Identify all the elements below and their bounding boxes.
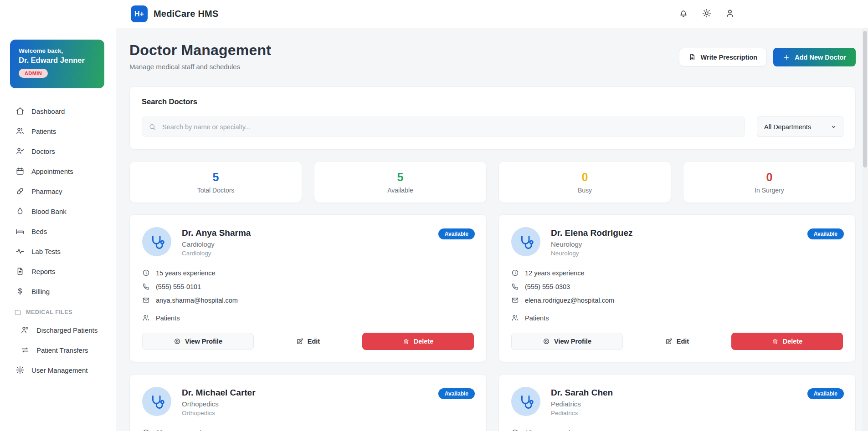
doctor-cards-grid: Available Dr. Anya Sharma Cardiology Car… bbox=[129, 214, 856, 431]
view-profile-icon bbox=[174, 338, 181, 345]
transfer-icon bbox=[21, 345, 30, 355]
clock-icon bbox=[511, 429, 519, 431]
doctor-name: Dr. Sarah Chen bbox=[551, 388, 613, 398]
doctor-card: Available Dr. Michael Carter Orthopedics… bbox=[129, 374, 487, 431]
doctor-experience: 10 years experience bbox=[511, 429, 843, 431]
sidebar-item-lab-tests[interactable]: Lab Tests bbox=[0, 241, 116, 261]
calendar-icon bbox=[15, 167, 25, 176]
sidebar-item-label: Dashboard bbox=[31, 107, 65, 115]
settings-button[interactable] bbox=[702, 8, 712, 20]
profile-button[interactable] bbox=[725, 8, 735, 20]
sidebar-item-reports[interactable]: Reports bbox=[0, 261, 116, 281]
sidebar-item-appointments[interactable]: Appointments bbox=[0, 161, 116, 181]
scrollbar-thumb[interactable] bbox=[863, 31, 867, 167]
sidebar-item-beds[interactable]: Beds bbox=[0, 221, 116, 241]
sidebar-item-label: Blood Bank bbox=[31, 208, 67, 215]
sidebar-sub-nav: Discharged PatientsPatient TransfersUser… bbox=[0, 320, 116, 380]
doctor-card: Available Dr. Sarah Chen Pediatrics Pedi… bbox=[498, 374, 856, 431]
trash-icon bbox=[403, 338, 410, 345]
clock-icon bbox=[511, 269, 519, 277]
sidebar-item-user-management[interactable]: User Management bbox=[0, 360, 116, 380]
page-subtitle: Manage medical staff and schedules bbox=[129, 63, 271, 71]
sidebar: Welcome back, Dr. Edward Jenner ADMIN Da… bbox=[0, 28, 116, 431]
sidebar-item-dashboard[interactable]: Dashboard bbox=[0, 101, 116, 121]
stat-card-total-doctors: 5 Total Doctors bbox=[129, 161, 302, 203]
sidebar-item-label: Patient Transfers bbox=[36, 346, 88, 354]
dollar-icon bbox=[15, 287, 25, 296]
scrollbar[interactable] bbox=[862, 28, 868, 431]
sidebar-item-pharmacy[interactable]: Pharmacy bbox=[0, 181, 116, 201]
gear-icon bbox=[702, 8, 712, 18]
header-actions bbox=[678, 8, 735, 20]
welcome-card: Welcome back, Dr. Edward Jenner ADMIN bbox=[10, 40, 104, 88]
sidebar-item-label: Doctors bbox=[31, 147, 55, 155]
status-badge: Available bbox=[438, 228, 475, 239]
top-bar: H+ MediCare HMS bbox=[0, 0, 868, 28]
user-icon bbox=[725, 8, 735, 18]
status-badge: Available bbox=[807, 228, 844, 239]
sidebar-item-discharged-patients[interactable]: Discharged Patients bbox=[0, 320, 116, 340]
mail-icon bbox=[142, 296, 150, 304]
welcome-greeting: Welcome back, bbox=[19, 47, 96, 54]
folder-icon bbox=[14, 309, 21, 316]
sidebar-item-billing[interactable]: Billing bbox=[0, 281, 116, 301]
stat-value: 5 bbox=[397, 171, 404, 184]
sidebar-section-medical-files: MEDICAL FILES bbox=[0, 301, 116, 320]
stethoscope-icon bbox=[149, 233, 165, 250]
home-icon bbox=[15, 106, 25, 116]
doctor-email: anya.sharma@hospital.com bbox=[142, 296, 474, 304]
doctor-patients-link[interactable]: Patients bbox=[511, 314, 843, 322]
trash-icon bbox=[772, 338, 779, 345]
doctor-email: elena.rodriguez@hospital.com bbox=[511, 296, 843, 304]
doctor-avatar bbox=[142, 387, 171, 416]
sidebar-item-label: Billing bbox=[31, 288, 50, 295]
plus-icon bbox=[783, 54, 790, 61]
search-doctors-card: Search Doctors All Departments bbox=[129, 86, 856, 150]
sidebar-item-patient-transfers[interactable]: Patient Transfers bbox=[0, 340, 116, 360]
status-badge: Available bbox=[807, 388, 844, 399]
view-profile-icon bbox=[543, 338, 550, 345]
doctor-experience: 15 years experience bbox=[142, 269, 474, 277]
view-profile-button[interactable]: View Profile bbox=[511, 333, 623, 350]
edit-button[interactable]: Edit bbox=[663, 337, 692, 345]
notifications-button[interactable] bbox=[678, 8, 688, 20]
doctor-patients-link[interactable]: Patients bbox=[142, 314, 474, 322]
sidebar-item-label: Lab Tests bbox=[31, 248, 61, 255]
search-input[interactable] bbox=[142, 117, 745, 137]
sidebar-item-blood-bank[interactable]: Blood Bank bbox=[0, 201, 116, 221]
stethoscope-icon bbox=[518, 233, 534, 250]
stat-value: 0 bbox=[582, 171, 588, 184]
phone-icon bbox=[511, 283, 519, 290]
stat-label: Busy bbox=[578, 187, 592, 194]
write-prescription-button[interactable]: Write Prescription bbox=[679, 48, 767, 66]
prescription-icon bbox=[688, 53, 696, 61]
page-title: Doctor Management bbox=[129, 42, 271, 59]
view-profile-button[interactable]: View Profile bbox=[142, 333, 254, 350]
sidebar-item-doctors[interactable]: Doctors bbox=[0, 141, 116, 161]
stat-label: Available bbox=[387, 187, 413, 194]
delete-button[interactable]: Delete bbox=[731, 333, 843, 350]
department-filter[interactable]: All Departments bbox=[757, 117, 843, 137]
doctor-name: Dr. Anya Sharma bbox=[182, 228, 251, 238]
phone-icon bbox=[142, 283, 150, 290]
doctor-department: Cardiology bbox=[182, 250, 251, 257]
bed-icon bbox=[15, 227, 25, 236]
sidebar-item-label: Discharged Patients bbox=[36, 326, 98, 334]
doctor-name: Dr. Elena Rodriguez bbox=[551, 228, 632, 238]
doctor-phone: (555) 555-0303 bbox=[511, 283, 843, 290]
doctor-card: Available Dr. Anya Sharma Cardiology Car… bbox=[129, 214, 487, 362]
stethoscope-icon bbox=[518, 393, 534, 410]
patients-icon bbox=[15, 127, 25, 136]
sidebar-item-patients[interactable]: Patients bbox=[0, 121, 116, 141]
add-new-doctor-button[interactable]: Add New Doctor bbox=[773, 48, 856, 66]
edit-button[interactable]: Edit bbox=[293, 337, 323, 345]
doctor-avatar bbox=[142, 227, 171, 256]
pill-icon bbox=[15, 187, 25, 196]
doctor-avatar bbox=[511, 227, 540, 256]
doctor-department: Neurology bbox=[551, 250, 632, 257]
delete-button[interactable]: Delete bbox=[362, 333, 474, 350]
stat-card-busy: 0 Busy bbox=[498, 161, 671, 203]
doctor-department: Orthopedics bbox=[182, 410, 256, 416]
edit-icon bbox=[296, 338, 303, 345]
app-title: MediCare HMS bbox=[154, 9, 218, 19]
